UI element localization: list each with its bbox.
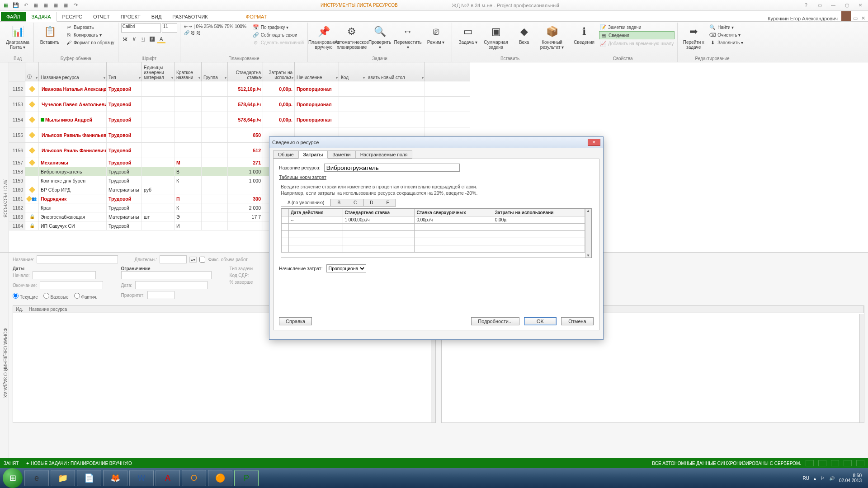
name-cell[interactable]: Комплекс для бурен <box>39 176 107 185</box>
link-buttons[interactable]: 🔗 ⛓ ⛓ <box>183 30 247 36</box>
name-cell[interactable]: Иванова Наталья Александровна <box>39 81 107 96</box>
short-cell[interactable] <box>175 143 202 158</box>
col-indicator[interactable]: ⓘ▾ <box>25 62 39 81</box>
unit-cell[interactable] <box>142 167 175 176</box>
rate-cell[interactable] <box>228 185 263 194</box>
row-number[interactable]: 1161 <box>9 194 25 203</box>
task-notes-button[interactable]: 📝Заметки задачи <box>599 23 675 31</box>
table-row[interactable]: 1153Чучелов Павел АнатольевичТрудовой578… <box>9 97 470 112</box>
dtab-general[interactable]: Общие <box>273 150 299 159</box>
group-cell[interactable] <box>202 176 228 185</box>
row-number[interactable]: 1158 <box>9 167 25 176</box>
cancel-button[interactable]: Отмена <box>561 317 594 325</box>
group-cell[interactable] <box>202 203 228 212</box>
radio-actual[interactable]: Фактич. <box>74 293 98 300</box>
taskbar-app2[interactable]: 🟠 <box>208 470 232 486</box>
row-number[interactable]: 1160 <box>9 185 25 194</box>
dtab-costs[interactable]: Затраты <box>298 150 328 159</box>
cut-button[interactable]: ✂Вырезать <box>65 23 115 31</box>
view-btn-4[interactable] <box>844 460 852 466</box>
start-combo[interactable] <box>33 271 96 279</box>
unit-cell[interactable]: руб <box>142 185 175 194</box>
unit-cell[interactable] <box>142 203 175 212</box>
group-cell[interactable] <box>202 185 228 194</box>
rate-cell[interactable] <box>228 221 263 230</box>
tray-arrow-icon[interactable]: ▴ <box>814 476 816 481</box>
restore-window-icon[interactable]: ▭ <box>853 15 858 21</box>
short-cell[interactable] <box>175 97 202 112</box>
type-cell[interactable]: Трудовой <box>107 203 142 212</box>
mode-button[interactable]: ⎚Режим ▾ <box>423 23 449 46</box>
make-inactive-button[interactable]: ⊘Сделать неактивной <box>252 39 305 46</box>
underline-button[interactable]: Ч <box>139 35 147 43</box>
accrual-select[interactable]: Пропорциона <box>326 264 366 272</box>
rate-tab-b[interactable]: B <box>330 199 347 206</box>
minimize-icon[interactable]: — <box>827 1 839 9</box>
code-cell[interactable] <box>339 81 366 96</box>
type-cell[interactable]: Трудовой <box>107 176 142 185</box>
type-cell[interactable]: Трудовой <box>107 167 142 176</box>
group-cell[interactable] <box>202 97 228 112</box>
col-accrual[interactable]: Начисление▾ <box>295 62 339 81</box>
rate-tab-e[interactable]: E <box>380 199 396 206</box>
unit-cell[interactable] <box>142 221 175 230</box>
col-unit[interactable]: Единицы измерени материал▾ <box>142 62 175 81</box>
dialog-titlebar[interactable]: Сведения о ресурсе ✕ <box>269 137 603 148</box>
deliverable-button[interactable]: 📦Конечный результат ▾ <box>539 23 565 51</box>
respect-links-button[interactable]: 🔗Соблюдать связи <box>252 31 305 38</box>
unit-cell[interactable] <box>142 127 175 142</box>
taskbar-firefox[interactable]: 🦊 <box>103 470 127 486</box>
short-cell[interactable]: К <box>175 176 202 185</box>
col-group[interactable]: Группа▾ <box>202 62 228 81</box>
new-col-cell[interactable] <box>366 112 425 127</box>
milestone-button[interactable]: ◆Веха <box>511 23 537 46</box>
name-cell[interactable]: Чучелов Павел Анатольевич <box>39 97 107 112</box>
group-cell[interactable] <box>202 158 228 167</box>
name-cell[interactable]: Ильясов Раиль Фанилевич <box>39 143 107 158</box>
summary-task-button[interactable]: ▣Суммарная задача <box>483 23 509 51</box>
new-col-cell[interactable] <box>366 81 425 96</box>
qat-btn[interactable]: ▦ <box>61 1 70 9</box>
code-cell[interactable] <box>339 112 366 127</box>
table-row[interactable]: 1154Мыльников АндрейТрудовой578,64р./ч0,… <box>9 112 470 127</box>
tab-file[interactable]: ФАЙЛ <box>1 12 26 21</box>
ok-button[interactable]: OK <box>524 317 557 325</box>
add-timeline-button[interactable]: 📈Добавить на временную шкалу <box>599 40 675 47</box>
user-avatar[interactable] <box>841 11 851 21</box>
row-number[interactable]: 1155 <box>9 127 25 142</box>
type-cell[interactable]: Трудовой <box>107 143 142 158</box>
rate-cell[interactable]: 512,10р./ч <box>228 81 263 96</box>
row-number[interactable]: 1164 <box>9 221 25 230</box>
accrual-cell[interactable]: Пропорционал <box>295 112 339 127</box>
copy-button[interactable]: ⎘Копировать ▾ <box>65 31 115 38</box>
name-cell[interactable]: Механизмы <box>39 158 107 167</box>
check-button[interactable]: 🔍Проверить ▾ <box>367 23 393 51</box>
spinner-icon[interactable]: ▴▾ <box>189 257 197 263</box>
tray-lang[interactable]: RU <box>802 476 809 481</box>
gantt-chart-button[interactable]: 📊Диаграмма Ганта ▾ <box>5 23 31 51</box>
type-cell[interactable]: Трудовой <box>107 127 142 142</box>
row-number[interactable]: 1152 <box>9 81 25 96</box>
dtab-notes[interactable]: Заметки <box>327 150 355 159</box>
radio-current[interactable]: Текущие <box>13 293 38 300</box>
paste-button[interactable]: 📋Вставить <box>37 23 63 46</box>
duration-input[interactable] <box>160 255 187 263</box>
ribbon-collapse-icon[interactable]: ▭ <box>814 1 826 9</box>
name-input[interactable] <box>37 255 118 263</box>
row-number[interactable]: 1163 <box>9 212 25 221</box>
taskbar-word[interactable]: W <box>129 470 154 486</box>
rate-table-scrollbar[interactable] <box>585 209 591 258</box>
unit-cell[interactable] <box>142 112 175 127</box>
unit-cell[interactable] <box>142 158 175 167</box>
row-number[interactable]: 1162 <box>9 203 25 212</box>
unit-cell[interactable] <box>142 81 175 96</box>
rate-cell[interactable]: 850 <box>228 127 263 142</box>
type-cell[interactable]: Трудовой <box>107 221 142 230</box>
rate-cell[interactable]: 300 <box>228 194 263 203</box>
font-color-button[interactable]: 🅰 <box>148 35 156 43</box>
details-button-dialog[interactable]: Подробности... <box>471 317 519 325</box>
name-cell[interactable]: Вибропогружатель <box>39 167 107 176</box>
qat-btn[interactable]: ▦ <box>42 1 50 9</box>
radio-baseline[interactable]: Базовые <box>43 293 69 300</box>
group-cell[interactable] <box>202 143 228 158</box>
